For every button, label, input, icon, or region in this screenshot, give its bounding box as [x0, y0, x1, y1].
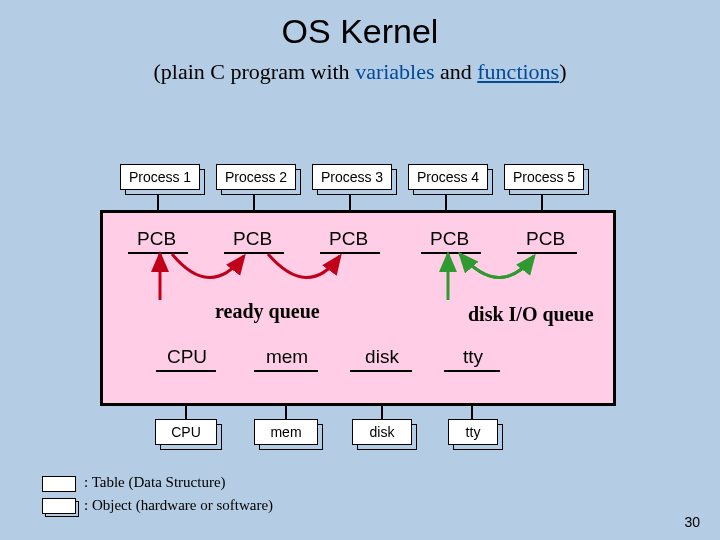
- process-5-label: Process 5: [513, 169, 575, 185]
- process-2-box: Process 2: [216, 164, 296, 190]
- hw-cpu-label: CPU: [171, 424, 201, 440]
- page-number: 30: [684, 514, 700, 530]
- dev-disk-underline: [350, 370, 412, 372]
- pcb-2-underline: [224, 252, 284, 254]
- hw-disk-label: disk: [370, 424, 395, 440]
- dev-disk: disk: [358, 346, 406, 368]
- dev-mem-underline: [254, 370, 318, 372]
- legend-ds-text: : Table (Data Structure): [84, 474, 226, 491]
- legend-obj-swatch: [42, 498, 76, 514]
- dev-tty: tty: [456, 346, 490, 368]
- tty-stem: [471, 403, 473, 419]
- subtitle-mid: and: [435, 59, 478, 84]
- pcb-2: PCB: [233, 228, 272, 250]
- hw-disk-box: disk: [352, 419, 412, 445]
- process-1-label: Process 1: [129, 169, 191, 185]
- process-1-box: Process 1: [120, 164, 200, 190]
- pcb-4: PCB: [430, 228, 469, 250]
- process-3-label: Process 3: [321, 169, 383, 185]
- pcb-5-underline: [517, 252, 577, 254]
- pcb-4-underline: [421, 252, 481, 254]
- dev-tty-underline: [444, 370, 500, 372]
- mem-stem: [285, 403, 287, 419]
- subtitle-pre: (plain C program with: [153, 59, 355, 84]
- hw-tty-box: tty: [448, 419, 498, 445]
- process-5-box: Process 5: [504, 164, 584, 190]
- hw-cpu-box: CPU: [155, 419, 217, 445]
- legend-obj-text: : Object (hardware or software): [84, 497, 273, 514]
- cpu-stem: [185, 403, 187, 419]
- disk-io-queue-label: disk I/O queue: [468, 303, 594, 326]
- ready-queue-label: ready queue: [215, 300, 320, 323]
- hw-mem-box: mem: [254, 419, 318, 445]
- process-4-box: Process 4: [408, 164, 488, 190]
- hw-tty-label: tty: [466, 424, 481, 440]
- disk-stem: [381, 403, 383, 419]
- subtitle-post: ): [559, 59, 566, 84]
- subtitle-variables: variables: [355, 59, 434, 84]
- process-2-label: Process 2: [225, 169, 287, 185]
- pcb-1: PCB: [137, 228, 176, 250]
- legend-ds-swatch: [42, 476, 76, 492]
- process-4-label: Process 4: [417, 169, 479, 185]
- hw-mem-label: mem: [270, 424, 301, 440]
- dev-mem: mem: [260, 346, 314, 368]
- dev-cpu-underline: [156, 370, 216, 372]
- pcb-3-underline: [320, 252, 380, 254]
- subtitle-functions: functions: [477, 59, 559, 84]
- slide-title: OS Kernel: [0, 12, 720, 51]
- pcb-5: PCB: [526, 228, 565, 250]
- process-3-box: Process 3: [312, 164, 392, 190]
- dev-cpu: CPU: [162, 346, 212, 368]
- pcb-1-underline: [128, 252, 188, 254]
- slide-subtitle: (plain C program with variables and func…: [0, 59, 720, 85]
- pcb-3: PCB: [329, 228, 368, 250]
